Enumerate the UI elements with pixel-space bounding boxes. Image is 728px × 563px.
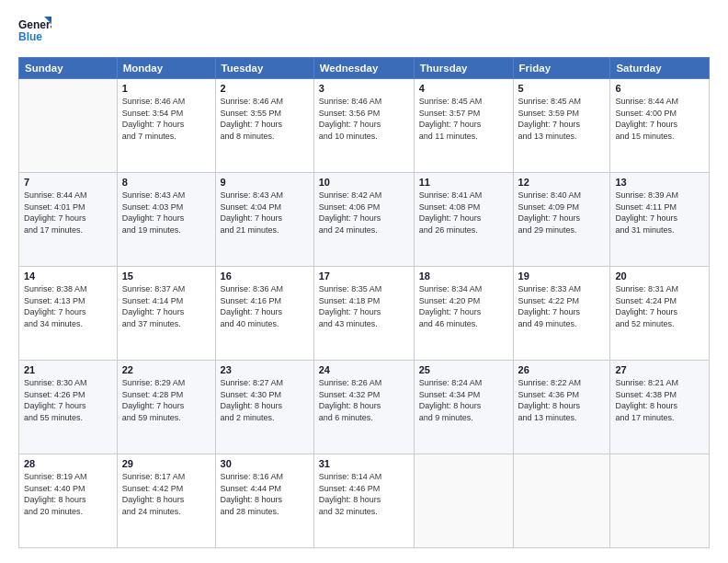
week-row-2: 7Sunrise: 8:44 AM Sunset: 4:01 PM Daylig… (19, 173, 710, 267)
calendar-cell: 12Sunrise: 8:40 AM Sunset: 4:09 PM Dayli… (513, 173, 610, 267)
day-info: Sunrise: 8:40 AM Sunset: 4:09 PM Dayligh… (518, 190, 606, 236)
calendar-cell: 23Sunrise: 8:27 AM Sunset: 4:30 PM Dayli… (215, 361, 313, 454)
header: General Blue (18, 15, 710, 48)
day-number: 17 (319, 270, 409, 282)
weekday-header-saturday: Saturday (610, 58, 710, 79)
calendar-cell: 3Sunrise: 8:46 AM Sunset: 3:56 PM Daylig… (313, 79, 414, 173)
weekday-header-monday: Monday (117, 58, 215, 79)
calendar-cell: 6Sunrise: 8:44 AM Sunset: 4:00 PM Daylig… (610, 79, 710, 173)
weekday-header-wednesday: Wednesday (313, 58, 414, 79)
day-info: Sunrise: 8:31 AM Sunset: 4:24 PM Dayligh… (615, 283, 704, 329)
day-number: 15 (122, 270, 210, 282)
calendar-cell: 8Sunrise: 8:43 AM Sunset: 4:03 PM Daylig… (117, 173, 215, 267)
day-number: 1 (122, 83, 210, 94)
day-number: 8 (122, 177, 210, 188)
day-number: 13 (615, 177, 704, 188)
day-info: Sunrise: 8:21 AM Sunset: 4:38 PM Dayligh… (615, 377, 704, 423)
day-info: Sunrise: 8:45 AM Sunset: 3:59 PM Dayligh… (518, 96, 606, 142)
calendar-cell: 21Sunrise: 8:30 AM Sunset: 4:26 PM Dayli… (19, 361, 118, 454)
calendar-cell: 26Sunrise: 8:22 AM Sunset: 4:36 PM Dayli… (513, 361, 610, 454)
day-number: 6 (615, 83, 704, 94)
svg-text:Blue: Blue (18, 30, 42, 43)
logo-bird-icon: General Blue (18, 15, 51, 48)
calendar-cell: 15Sunrise: 8:37 AM Sunset: 4:14 PM Dayli… (117, 267, 215, 361)
logo: General Blue (18, 15, 51, 48)
day-number: 23 (221, 364, 309, 375)
calendar-cell (513, 454, 610, 548)
calendar-cell: 20Sunrise: 8:31 AM Sunset: 4:24 PM Dayli… (610, 267, 710, 361)
calendar-cell: 24Sunrise: 8:26 AM Sunset: 4:32 PM Dayli… (313, 361, 414, 454)
weekday-header-row: SundayMondayTuesdayWednesdayThursdayFrid… (19, 58, 710, 79)
calendar-cell: 31Sunrise: 8:14 AM Sunset: 4:46 PM Dayli… (313, 454, 414, 548)
day-info: Sunrise: 8:24 AM Sunset: 4:34 PM Dayligh… (419, 377, 508, 423)
weekday-header-thursday: Thursday (414, 58, 513, 79)
svg-text:General: General (18, 18, 51, 31)
day-info: Sunrise: 8:44 AM Sunset: 4:01 PM Dayligh… (24, 190, 112, 236)
day-number: 9 (221, 177, 309, 188)
weekday-header-tuesday: Tuesday (215, 58, 313, 79)
day-number: 14 (24, 270, 112, 282)
day-info: Sunrise: 8:39 AM Sunset: 4:11 PM Dayligh… (615, 190, 704, 236)
day-number: 29 (122, 458, 210, 469)
calendar-cell: 27Sunrise: 8:21 AM Sunset: 4:38 PM Dayli… (610, 361, 710, 454)
day-info: Sunrise: 8:17 AM Sunset: 4:42 PM Dayligh… (122, 471, 210, 517)
week-row-4: 21Sunrise: 8:30 AM Sunset: 4:26 PM Dayli… (19, 361, 710, 454)
week-row-3: 14Sunrise: 8:38 AM Sunset: 4:13 PM Dayli… (19, 267, 710, 361)
calendar-cell: 22Sunrise: 8:29 AM Sunset: 4:28 PM Dayli… (117, 361, 215, 454)
calendar-table: SundayMondayTuesdayWednesdayThursdayFrid… (18, 57, 710, 548)
day-number: 22 (122, 364, 210, 375)
calendar-cell: 28Sunrise: 8:19 AM Sunset: 4:40 PM Dayli… (19, 454, 118, 548)
day-info: Sunrise: 8:19 AM Sunset: 4:40 PM Dayligh… (24, 471, 112, 517)
day-info: Sunrise: 8:38 AM Sunset: 4:13 PM Dayligh… (24, 283, 112, 329)
week-row-1: 1Sunrise: 8:46 AM Sunset: 3:54 PM Daylig… (19, 79, 710, 173)
day-number: 18 (419, 270, 508, 282)
day-info: Sunrise: 8:33 AM Sunset: 4:22 PM Dayligh… (518, 283, 606, 329)
day-number: 16 (221, 270, 309, 282)
day-info: Sunrise: 8:34 AM Sunset: 4:20 PM Dayligh… (419, 283, 508, 329)
day-info: Sunrise: 8:27 AM Sunset: 4:30 PM Dayligh… (221, 377, 309, 423)
calendar-cell: 7Sunrise: 8:44 AM Sunset: 4:01 PM Daylig… (19, 173, 118, 267)
calendar-cell (610, 454, 710, 548)
day-info: Sunrise: 8:26 AM Sunset: 4:32 PM Dayligh… (319, 377, 409, 423)
day-number: 4 (419, 83, 508, 94)
calendar-cell: 30Sunrise: 8:16 AM Sunset: 4:44 PM Dayli… (215, 454, 313, 548)
calendar-cell: 14Sunrise: 8:38 AM Sunset: 4:13 PM Dayli… (19, 267, 118, 361)
day-number: 2 (221, 83, 309, 94)
calendar-cell: 11Sunrise: 8:41 AM Sunset: 4:08 PM Dayli… (414, 173, 513, 267)
day-number: 20 (615, 270, 704, 282)
day-info: Sunrise: 8:46 AM Sunset: 3:54 PM Dayligh… (122, 96, 210, 142)
day-number: 7 (24, 177, 112, 188)
day-number: 27 (615, 364, 704, 375)
day-info: Sunrise: 8:46 AM Sunset: 3:55 PM Dayligh… (221, 96, 309, 142)
logo-container: General Blue (18, 15, 51, 48)
day-number: 10 (319, 177, 409, 188)
calendar-cell: 19Sunrise: 8:33 AM Sunset: 4:22 PM Dayli… (513, 267, 610, 361)
day-number: 30 (221, 458, 309, 469)
day-info: Sunrise: 8:46 AM Sunset: 3:56 PM Dayligh… (319, 96, 409, 142)
day-info: Sunrise: 8:41 AM Sunset: 4:08 PM Dayligh… (419, 190, 508, 236)
day-info: Sunrise: 8:43 AM Sunset: 4:03 PM Dayligh… (122, 190, 210, 236)
day-number: 12 (518, 177, 606, 188)
day-number: 31 (319, 458, 409, 469)
day-info: Sunrise: 8:37 AM Sunset: 4:14 PM Dayligh… (122, 283, 210, 329)
calendar-cell: 29Sunrise: 8:17 AM Sunset: 4:42 PM Dayli… (117, 454, 215, 548)
day-info: Sunrise: 8:44 AM Sunset: 4:00 PM Dayligh… (615, 96, 704, 142)
weekday-header-sunday: Sunday (19, 58, 118, 79)
calendar-cell (414, 454, 513, 548)
day-info: Sunrise: 8:30 AM Sunset: 4:26 PM Dayligh… (24, 377, 112, 423)
calendar-cell: 16Sunrise: 8:36 AM Sunset: 4:16 PM Dayli… (215, 267, 313, 361)
day-number: 24 (319, 364, 409, 375)
calendar-cell: 13Sunrise: 8:39 AM Sunset: 4:11 PM Dayli… (610, 173, 710, 267)
day-info: Sunrise: 8:14 AM Sunset: 4:46 PM Dayligh… (319, 471, 409, 517)
day-info: Sunrise: 8:22 AM Sunset: 4:36 PM Dayligh… (518, 377, 606, 423)
calendar-cell: 18Sunrise: 8:34 AM Sunset: 4:20 PM Dayli… (414, 267, 513, 361)
day-number: 11 (419, 177, 508, 188)
day-info: Sunrise: 8:45 AM Sunset: 3:57 PM Dayligh… (419, 96, 508, 142)
calendar-cell (19, 79, 118, 173)
day-info: Sunrise: 8:29 AM Sunset: 4:28 PM Dayligh… (122, 377, 210, 423)
day-number: 5 (518, 83, 606, 94)
calendar-cell: 2Sunrise: 8:46 AM Sunset: 3:55 PM Daylig… (215, 79, 313, 173)
day-number: 26 (518, 364, 606, 375)
calendar-cell: 5Sunrise: 8:45 AM Sunset: 3:59 PM Daylig… (513, 79, 610, 173)
day-number: 25 (419, 364, 508, 375)
